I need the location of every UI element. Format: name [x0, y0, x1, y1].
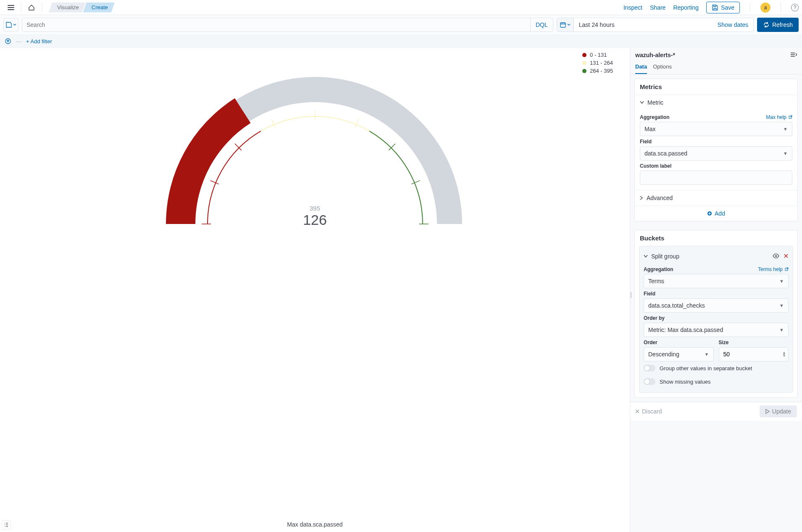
saved-query-menu[interactable]: [3, 18, 18, 32]
refresh-label: Refresh: [772, 21, 793, 28]
help-icon[interactable]: ?: [791, 4, 799, 11]
reporting-link[interactable]: Reporting: [673, 4, 699, 11]
save-button[interactable]: Save: [706, 2, 740, 13]
avatar[interactable]: a: [760, 3, 770, 13]
date-quick-menu[interactable]: [557, 18, 574, 32]
save-icon: [712, 4, 718, 11]
disk-icon: [5, 21, 12, 28]
hamburger-menu[interactable]: [3, 0, 18, 15]
home-icon[interactable]: [24, 0, 39, 15]
filter-options-icon[interactable]: [4, 37, 12, 45]
refresh-button[interactable]: Refresh: [757, 18, 799, 32]
search-input[interactable]: [22, 18, 530, 32]
save-button-label: Save: [721, 4, 734, 11]
add-filter-link[interactable]: + Add filter: [26, 38, 52, 45]
breadcrumb-visualize[interactable]: Visualize: [49, 3, 86, 13]
chevron-down-icon: [13, 24, 16, 26]
inspect-link[interactable]: Inspect: [623, 4, 642, 11]
chevron-down-icon: [567, 24, 571, 26]
filter-separator: —: [16, 38, 22, 45]
breadcrumb-create[interactable]: Create: [83, 3, 115, 13]
visualization-area: 0 - 131131 - 264264 - 395 395 126 Max da…: [0, 47, 630, 48]
refresh-icon: [763, 21, 770, 28]
side-panel: wazuh-alerts-* Data Options Metrics Metr…: [630, 47, 802, 48]
svg-rect-0: [560, 23, 565, 27]
date-range-display[interactable]: Last 24 hours: [574, 18, 713, 32]
calendar-icon: [560, 21, 566, 28]
share-link[interactable]: Share: [650, 4, 665, 11]
dql-toggle[interactable]: DQL: [530, 18, 553, 32]
show-dates-link[interactable]: Show dates: [713, 18, 753, 32]
